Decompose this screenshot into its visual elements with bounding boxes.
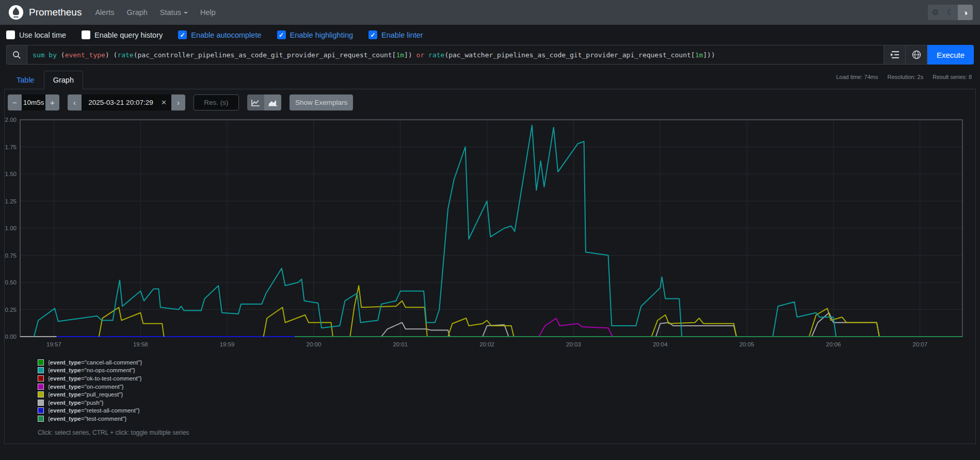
moon-icon: ☾ <box>947 8 954 17</box>
time-navigation: ‹ ✕ › <box>68 94 185 110</box>
query-token: (pac_watcher_pipelines_as_code_git_provi… <box>444 51 695 59</box>
tab-graph[interactable]: Graph <box>44 71 83 89</box>
tabs-row: Table Graph Load time: 74ms Resolution: … <box>4 71 976 89</box>
option-enable-query-history[interactable]: Enable query history <box>82 30 163 39</box>
legend-item-retest-all-comment[interactable]: {event_type="retest-all-comment"} <box>38 407 975 415</box>
series-line-push[interactable] <box>812 313 879 337</box>
legend-swatch <box>38 400 44 406</box>
nav-status[interactable]: Status <box>160 8 188 17</box>
option-label: Enable autocomplete <box>191 31 261 39</box>
time-back-button[interactable]: ‹ <box>68 94 82 110</box>
stacked-graph-button[interactable] <box>264 94 281 110</box>
gear-icon: ⚙ <box>932 8 939 17</box>
series-line-pull_request[interactable] <box>99 307 164 337</box>
prometheus-brand[interactable]: Prometheus <box>8 5 82 20</box>
checkbox-checked-icon[interactable]: ✓ <box>178 30 187 39</box>
search-icon-box <box>6 45 27 65</box>
light-theme-button[interactable]: ⚙ <box>928 5 943 20</box>
query-token: ) ( <box>105 51 117 59</box>
show-exemplars-button[interactable]: Show Exemplars <box>290 94 353 110</box>
y-axis-tick-label: 2.00 <box>5 117 17 123</box>
line-graph-button[interactable] <box>247 94 264 110</box>
legend: {event_type="cancel-all-comment"}{event_… <box>38 358 975 423</box>
query-token: sum <box>33 51 44 59</box>
metrics-explorer-button[interactable] <box>906 45 927 65</box>
series-line-push[interactable] <box>656 323 736 337</box>
series-line-push[interactable] <box>381 323 450 337</box>
checkbox-unchecked-icon[interactable] <box>6 30 15 39</box>
range-increase-button[interactable]: + <box>45 94 59 110</box>
checkbox-unchecked-icon[interactable] <box>82 30 90 39</box>
stacked-chart-icon <box>268 99 277 106</box>
series-line-on-comment[interactable] <box>539 318 613 337</box>
time-forward-button[interactable]: › <box>171 94 185 110</box>
series-line-push[interactable] <box>483 325 508 337</box>
datetime-input[interactable] <box>82 99 160 106</box>
query-token: ])) <box>703 51 715 59</box>
legend-label: {event_type="on-comment"} <box>48 384 124 390</box>
resolution-input[interactable] <box>194 94 239 110</box>
option-enable-linter[interactable]: ✓Enable linter <box>368 30 423 39</box>
legend-swatch <box>38 407 44 414</box>
option-enable-highlighting[interactable]: ✓Enable highlighting <box>277 30 354 39</box>
legend-label: {event_type="cancel-all-comment"} <box>48 359 142 366</box>
option-label: Use local time <box>19 31 66 39</box>
nav-alerts[interactable]: Alerts <box>95 8 114 17</box>
y-axis-tick-label: 1.50 <box>5 171 17 177</box>
legend-label: {event_type="push"} <box>48 400 104 406</box>
query-token: rate <box>117 51 133 59</box>
legend-item-cancel-all-comment[interactable]: {event_type="cancel-all-comment"} <box>38 358 975 367</box>
query-token: or <box>416 51 425 59</box>
legend-hint: Click: select series, CTRL + click: togg… <box>38 429 975 436</box>
series-line-pull_request[interactable] <box>448 318 514 337</box>
legend-item-no-ops-comment[interactable]: {event_type="no-ops-comment"} <box>38 367 975 375</box>
execute-button[interactable]: Execute <box>927 45 974 65</box>
clear-datetime-icon[interactable]: ✕ <box>160 99 171 106</box>
auto-theme-button[interactable]: ◑ <box>958 5 973 20</box>
query-token: ( <box>57 51 65 59</box>
dark-theme-button[interactable]: ☾ <box>943 5 958 20</box>
datetime-box: ✕ <box>82 94 171 110</box>
query-expression-input[interactable]: sum by (event_type) (rate(pac_controller… <box>27 45 884 65</box>
nav-help[interactable]: Help <box>200 8 216 17</box>
line-chart-icon <box>251 99 260 106</box>
legend-item-push[interactable]: {event_type="push"} <box>38 399 975 407</box>
x-axis-tick-label: 20:03 <box>566 341 581 347</box>
option-enable-autocomplete[interactable]: ✓Enable autocomplete <box>178 30 261 39</box>
legend-swatch <box>38 384 44 390</box>
query-token: event_type <box>65 51 105 59</box>
range-input[interactable] <box>22 94 45 110</box>
range-decrease-button[interactable]: − <box>8 94 22 110</box>
result-series: Result series: 8 <box>933 74 972 80</box>
query-token <box>44 51 49 59</box>
series-line-pull_request[interactable] <box>264 307 333 337</box>
graph-type-toggle <box>247 94 281 110</box>
series-line-no-ops-comment[interactable] <box>34 125 962 337</box>
checkbox-checked-icon[interactable]: ✓ <box>368 30 377 39</box>
option-label: Enable query history <box>94 31 163 39</box>
legend-item-test-comment[interactable]: {event_type="test-comment"} <box>38 415 975 423</box>
query-token: by <box>49 51 57 59</box>
legend-swatch <box>38 375 44 382</box>
format-expression-button[interactable] <box>884 45 906 65</box>
range-stepper: − + <box>8 94 59 110</box>
tab-table[interactable]: Table <box>7 71 44 89</box>
legend-item-ok-to-test-comment[interactable]: {event_type="ok-to-test-comment"} <box>38 374 975 383</box>
nav-graph[interactable]: Graph <box>127 8 148 17</box>
load-time: Load time: 74ms <box>836 74 878 80</box>
theme-toggle-group: ⚙ ☾ ◑ <box>928 5 973 20</box>
legend-item-on-comment[interactable]: {event_type="on-comment"} <box>38 383 975 391</box>
query-stats: Load time: 74ms Resolution: 2s Result se… <box>836 74 972 80</box>
option-use-local-time[interactable]: Use local time <box>6 30 66 39</box>
legend-label: {event_type="ok-to-test-comment"} <box>48 375 142 382</box>
checkbox-checked-icon[interactable]: ✓ <box>277 30 286 39</box>
brand-title: Prometheus <box>29 7 82 18</box>
option-label: Enable highlighting <box>290 31 354 39</box>
x-axis-tick-label: 20:00 <box>307 341 322 347</box>
x-axis-tick-label: 20:07 <box>912 341 927 347</box>
query-bar: sum by (event_type) (rate(pac_controller… <box>6 45 974 65</box>
legend-item-pull_request[interactable]: {event_type="pull_request"} <box>38 390 975 399</box>
y-axis-tick-label: 1.00 <box>5 225 17 231</box>
time-series-chart[interactable]: 0.000.250.500.751.001.251.501.752.0019:5… <box>5 116 975 352</box>
x-axis-tick-label: 19:58 <box>133 341 148 347</box>
